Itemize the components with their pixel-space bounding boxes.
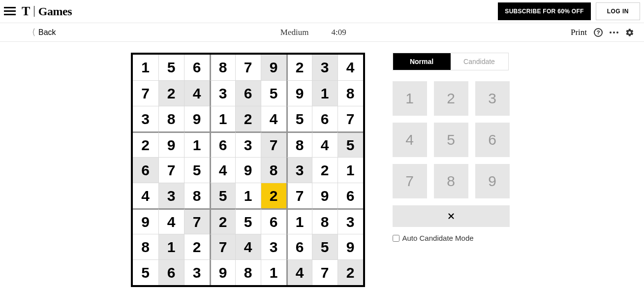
sudoku-cell[interactable]: 9 bbox=[337, 234, 363, 259]
sudoku-cell[interactable]: 6 bbox=[235, 80, 261, 106]
hamburger-menu-icon[interactable] bbox=[4, 7, 16, 16]
sudoku-cell[interactable]: 9 bbox=[235, 157, 261, 183]
sudoku-cell[interactable]: 7 bbox=[210, 234, 235, 259]
sudoku-cell[interactable]: 8 bbox=[312, 208, 337, 234]
sudoku-cell[interactable]: 4 bbox=[337, 55, 363, 80]
sudoku-cell[interactable]: 3 bbox=[210, 80, 235, 106]
help-icon[interactable]: ? bbox=[594, 28, 603, 37]
sudoku-cell[interactable]: 5 bbox=[235, 208, 261, 234]
sudoku-cell[interactable]: 7 bbox=[261, 131, 286, 157]
sudoku-cell[interactable]: 8 bbox=[133, 234, 158, 259]
sudoku-cell[interactable]: 3 bbox=[158, 183, 184, 208]
sudoku-cell[interactable]: 2 bbox=[337, 259, 363, 285]
sudoku-cell[interactable]: 8 bbox=[235, 259, 261, 285]
sudoku-cell[interactable]: 1 bbox=[210, 106, 235, 131]
numpad-key-4[interactable]: 4 bbox=[393, 123, 427, 157]
sudoku-cell[interactable]: 7 bbox=[286, 183, 312, 208]
numpad-key-2[interactable]: 2 bbox=[434, 81, 468, 116]
sudoku-cell[interactable]: 3 bbox=[286, 157, 312, 183]
sudoku-cell[interactable]: 3 bbox=[312, 55, 337, 80]
sudoku-cell[interactable]: 9 bbox=[210, 259, 235, 285]
sudoku-cell[interactable]: 4 bbox=[184, 80, 210, 106]
numpad-key-8[interactable]: 8 bbox=[434, 164, 468, 198]
sudoku-cell[interactable]: 7 bbox=[184, 208, 210, 234]
sudoku-cell[interactable]: 2 bbox=[184, 234, 210, 259]
tab-normal[interactable]: Normal bbox=[393, 53, 451, 70]
sudoku-cell[interactable]: 2 bbox=[210, 208, 235, 234]
sudoku-cell[interactable]: 4 bbox=[158, 208, 184, 234]
sudoku-cell[interactable]: 1 bbox=[261, 259, 286, 285]
numpad-key-3[interactable]: 3 bbox=[475, 81, 510, 116]
sudoku-cell[interactable]: 6 bbox=[261, 208, 286, 234]
sudoku-cell[interactable]: 6 bbox=[158, 259, 184, 285]
sudoku-cell[interactable]: 5 bbox=[133, 259, 158, 285]
sudoku-cell[interactable]: 7 bbox=[312, 259, 337, 285]
settings-icon[interactable] bbox=[625, 28, 634, 37]
sudoku-cell[interactable]: 7 bbox=[337, 106, 363, 131]
numpad-key-7[interactable]: 7 bbox=[393, 164, 427, 198]
numpad-key-6[interactable]: 6 bbox=[475, 123, 510, 157]
login-button[interactable]: LOG IN bbox=[596, 2, 640, 20]
print-button[interactable]: Print bbox=[571, 28, 587, 37]
sudoku-cell[interactable]: 6 bbox=[337, 183, 363, 208]
nyt-games-logo[interactable]: T Games bbox=[22, 4, 72, 19]
sudoku-cell[interactable]: 8 bbox=[184, 183, 210, 208]
sudoku-cell[interactable]: 3 bbox=[184, 259, 210, 285]
sudoku-cell[interactable]: 5 bbox=[312, 234, 337, 259]
sudoku-cell[interactable]: 8 bbox=[261, 157, 286, 183]
sudoku-cell[interactable]: 1 bbox=[158, 234, 184, 259]
sudoku-cell[interactable]: 5 bbox=[261, 80, 286, 106]
sudoku-cell[interactable]: 7 bbox=[133, 80, 158, 106]
sudoku-cell[interactable]: 8 bbox=[210, 55, 235, 80]
sudoku-cell[interactable]: 9 bbox=[286, 80, 312, 106]
sudoku-cell[interactable]: 9 bbox=[184, 106, 210, 131]
sudoku-cell[interactable]: 1 bbox=[184, 131, 210, 157]
tab-candidate[interactable]: Candidate bbox=[451, 53, 508, 70]
sudoku-cell[interactable]: 6 bbox=[184, 55, 210, 80]
sudoku-cell[interactable]: 4 bbox=[133, 183, 158, 208]
sudoku-cell[interactable]: 6 bbox=[210, 131, 235, 157]
sudoku-cell[interactable]: 5 bbox=[337, 131, 363, 157]
auto-candidate-checkbox[interactable] bbox=[393, 235, 399, 242]
sudoku-cell[interactable]: 6 bbox=[312, 106, 337, 131]
sudoku-cell[interactable]: 1 bbox=[133, 55, 158, 80]
sudoku-cell[interactable]: 4 bbox=[312, 131, 337, 157]
back-button[interactable]: 〈 Back bbox=[28, 28, 56, 37]
sudoku-cell[interactable]: 8 bbox=[158, 106, 184, 131]
erase-button[interactable] bbox=[393, 205, 510, 227]
sudoku-cell[interactable]: 4 bbox=[210, 157, 235, 183]
sudoku-cell[interactable]: 8 bbox=[337, 80, 363, 106]
sudoku-cell[interactable]: 2 bbox=[133, 131, 158, 157]
numpad-key-5[interactable]: 5 bbox=[434, 123, 468, 157]
sudoku-cell[interactable]: 9 bbox=[261, 55, 286, 80]
sudoku-cell[interactable]: 2 bbox=[312, 157, 337, 183]
sudoku-cell[interactable]: 3 bbox=[261, 234, 286, 259]
sudoku-cell[interactable]: 2 bbox=[158, 80, 184, 106]
subscribe-button[interactable]: SUBSCRIBE FOR 60% OFF bbox=[498, 2, 590, 20]
sudoku-cell[interactable]: 5 bbox=[158, 55, 184, 80]
more-icon[interactable] bbox=[610, 28, 618, 37]
sudoku-cell[interactable]: 1 bbox=[312, 80, 337, 106]
sudoku-cell[interactable]: 2 bbox=[261, 183, 286, 208]
sudoku-cell[interactable]: 4 bbox=[235, 234, 261, 259]
sudoku-cell[interactable]: 5 bbox=[286, 106, 312, 131]
sudoku-cell[interactable]: 4 bbox=[286, 259, 312, 285]
sudoku-cell[interactable]: 9 bbox=[158, 131, 184, 157]
sudoku-cell[interactable]: 2 bbox=[286, 55, 312, 80]
sudoku-cell[interactable]: 9 bbox=[312, 183, 337, 208]
sudoku-cell[interactable]: 1 bbox=[235, 183, 261, 208]
sudoku-cell[interactable]: 3 bbox=[337, 208, 363, 234]
sudoku-cell[interactable]: 1 bbox=[286, 208, 312, 234]
sudoku-cell[interactable]: 5 bbox=[184, 157, 210, 183]
sudoku-cell[interactable]: 7 bbox=[235, 55, 261, 80]
sudoku-cell[interactable]: 6 bbox=[286, 234, 312, 259]
sudoku-cell[interactable]: 5 bbox=[210, 183, 235, 208]
sudoku-cell[interactable]: 2 bbox=[235, 106, 261, 131]
sudoku-cell[interactable]: 8 bbox=[286, 131, 312, 157]
sudoku-cell[interactable]: 4 bbox=[261, 106, 286, 131]
sudoku-cell[interactable]: 7 bbox=[158, 157, 184, 183]
sudoku-cell[interactable]: 6 bbox=[133, 157, 158, 183]
numpad-key-1[interactable]: 1 bbox=[393, 81, 427, 116]
sudoku-cell[interactable]: 3 bbox=[133, 106, 158, 131]
sudoku-cell[interactable]: 3 bbox=[235, 131, 261, 157]
